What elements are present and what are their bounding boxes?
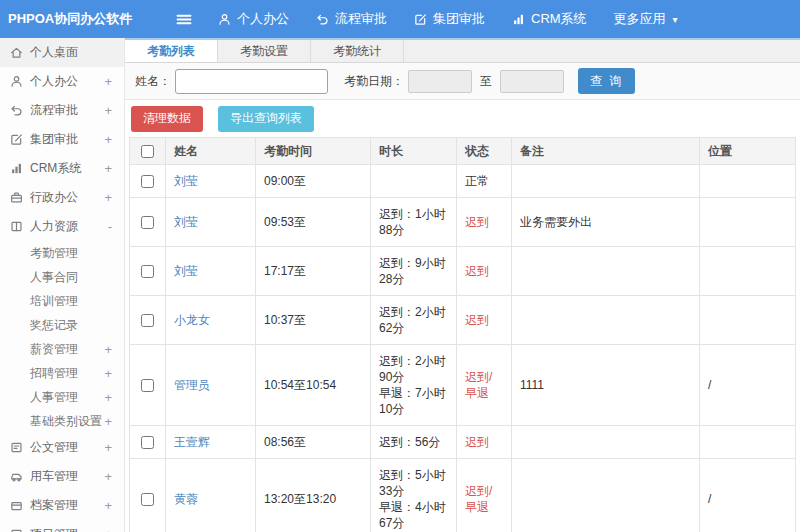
row-checkbox[interactable] — [141, 314, 154, 327]
sidebar-item-label: 行政办公 — [30, 189, 104, 206]
row-checkbox-cell — [130, 426, 166, 459]
attendance-time-cell: 09:00至 — [256, 165, 371, 198]
expand-plus-icon[interactable]: + — [104, 161, 112, 176]
select-all-checkbox[interactable] — [141, 145, 154, 158]
employee-name-link[interactable]: 黄蓉 — [166, 459, 256, 532]
sidebar-item-group-approval[interactable]: 集团审批+ — [0, 125, 124, 154]
employee-name-link[interactable]: 王壹辉 — [166, 426, 256, 459]
date-from-input[interactable] — [408, 70, 472, 93]
date-to-label: 至 — [480, 73, 492, 90]
search-button[interactable]: 查 询 — [578, 68, 635, 94]
table-row: 刘莹17:17至迟到：9小时28分迟到 — [130, 247, 796, 296]
note-cell — [512, 296, 700, 345]
sidebar-item-crm-system[interactable]: CRM系统+ — [0, 154, 124, 183]
row-checkbox-cell — [130, 198, 166, 247]
row-checkbox[interactable] — [141, 175, 154, 188]
note-cell — [512, 426, 700, 459]
table-row: 管理员10:54至10:54迟到：2小时90分早退：7小时10分迟到/早退111… — [130, 345, 796, 426]
status-cell: 迟到/早退 — [457, 345, 512, 426]
attendance-table-body: 刘莹09:00至正常刘莹09:53至迟到：1小时88分迟到业务需要外出刘莹17:… — [130, 165, 796, 532]
sidebar-item-admin-office[interactable]: 行政办公+ — [0, 183, 124, 212]
sidebar-item-archive-mgmt[interactable]: 档案管理+ — [0, 491, 124, 520]
nav-item-personal-office[interactable]: 个人办公 — [218, 10, 289, 28]
sidebar-subitem-attendance-mgmt[interactable]: 考勤管理 — [0, 241, 124, 265]
table-header-row: 姓名考勤时间时长状态备注位置 — [130, 138, 796, 165]
name-filter-input[interactable] — [175, 69, 328, 94]
user-icon — [218, 13, 231, 26]
nav-item-label: 更多应用 — [614, 10, 666, 28]
sidebar-subitem-personnel-mgmt[interactable]: 人事管理+ — [0, 385, 124, 409]
sidebar-item-human-resources[interactable]: 人力资源- — [0, 212, 124, 241]
main-content: 考勤列表考勤设置考勤统计 姓名： 考勤日期： 至 查 询 清理数据 导出查询列表… — [125, 38, 800, 532]
action-bar: 清理数据 导出查询列表 — [125, 100, 800, 137]
app-brand: PHPOA协同办公软件 — [0, 10, 130, 28]
collapse-minus-icon[interactable]: - — [108, 219, 112, 234]
sidebar-subitem-training-mgmt[interactable]: 培训管理 — [0, 289, 124, 313]
sidebar-subitem-label: 人事合同 — [30, 269, 112, 286]
row-checkbox[interactable] — [141, 216, 154, 229]
row-checkbox[interactable] — [141, 379, 154, 392]
employee-name-link[interactable]: 管理员 — [166, 345, 256, 426]
expand-plus-icon[interactable]: + — [104, 390, 112, 405]
sidebar-item-project-mgmt[interactable]: 项目管理+ — [0, 520, 124, 532]
tab-attendance-settings[interactable]: 考勤设置 — [218, 40, 311, 62]
nav-item-group-approval[interactable]: 集团审批 — [414, 10, 485, 28]
sidebar-item-label: 项目管理 — [30, 526, 104, 532]
export-list-button[interactable]: 导出查询列表 — [218, 106, 314, 132]
expand-plus-icon[interactable]: + — [104, 440, 112, 455]
date-to-input[interactable] — [500, 70, 564, 93]
employee-name-link[interactable]: 刘莹 — [166, 165, 256, 198]
sidebar-subitem-base-category[interactable]: 基础类别设置+ — [0, 409, 124, 433]
expand-plus-icon[interactable]: + — [104, 527, 112, 532]
expand-plus-icon[interactable]: + — [104, 342, 112, 357]
expand-plus-icon[interactable]: + — [104, 414, 112, 429]
expand-plus-icon[interactable]: + — [104, 132, 112, 147]
expand-plus-icon[interactable]: + — [104, 498, 112, 513]
sidebar-subitem-salary-mgmt[interactable]: 薪资管理+ — [0, 337, 124, 361]
sidebar-item-personal-office[interactable]: 个人办公+ — [0, 67, 124, 96]
expand-plus-icon[interactable]: + — [104, 469, 112, 484]
expand-plus-icon[interactable]: + — [104, 103, 112, 118]
sidebar-subitem-label: 培训管理 — [30, 293, 112, 310]
row-checkbox[interactable] — [141, 436, 154, 449]
nav-item-label: 个人办公 — [237, 10, 289, 28]
sidebar-item-personal-desktop[interactable]: 个人桌面 — [0, 38, 124, 67]
employee-name-link[interactable]: 小龙女 — [166, 296, 256, 345]
sidebar-subitem-hr-contract[interactable]: 人事合同 — [0, 265, 124, 289]
location-cell — [700, 247, 796, 296]
navbar-items: 个人办公流程审批集团审批CRM系统更多应用▾ — [218, 10, 705, 28]
user-icon — [10, 75, 23, 88]
sidebar-item-document-mgmt[interactable]: 公文管理+ — [0, 433, 124, 462]
sidebar-subitem-recruit-mgmt[interactable]: 招聘管理+ — [0, 361, 124, 385]
duration-cell: 迟到：5小时33分早退：4小时67分 — [371, 459, 457, 532]
sidebar-item-workflow-approval[interactable]: 流程审批+ — [0, 96, 124, 125]
attendance-time-cell: 13:20至13:20 — [256, 459, 371, 532]
location-cell: / — [700, 345, 796, 426]
employee-name-link[interactable]: 刘莹 — [166, 247, 256, 296]
row-checkbox-cell — [130, 345, 166, 426]
table-row: 小龙女10:37至迟到：2小时62分迟到 — [130, 296, 796, 345]
attendance-table-wrap: 姓名考勤时间时长状态备注位置 刘莹09:00至正常刘莹09:53至迟到：1小时8… — [125, 137, 800, 532]
nav-item-more-apps[interactable]: 更多应用▾ — [614, 10, 678, 28]
nav-item-crm-system[interactable]: CRM系统 — [512, 10, 587, 28]
nav-item-workflow-approval[interactable]: 流程审批 — [316, 10, 387, 28]
menu-icon[interactable] — [176, 13, 192, 26]
row-checkbox[interactable] — [141, 493, 154, 506]
expand-plus-icon[interactable]: + — [104, 366, 112, 381]
sidebar-item-label: 集团审批 — [30, 131, 104, 148]
column-header: 姓名 — [166, 138, 256, 165]
sidebar-item-vehicle-mgmt[interactable]: 用车管理+ — [0, 462, 124, 491]
employee-name-link[interactable]: 刘莹 — [166, 198, 256, 247]
expand-plus-icon[interactable]: + — [104, 74, 112, 89]
sidebar-subitem-reward-punish[interactable]: 奖惩记录 — [0, 313, 124, 337]
duration-cell: 迟到：56分 — [371, 426, 457, 459]
table-row: 刘莹09:00至正常 — [130, 165, 796, 198]
sidebar-item-label: 用车管理 — [30, 468, 104, 485]
clean-data-button[interactable]: 清理数据 — [131, 106, 203, 132]
sidebar-subitem-label: 考勤管理 — [30, 245, 112, 262]
tab-attendance-list[interactable]: 考勤列表 — [125, 40, 218, 62]
expand-plus-icon[interactable]: + — [104, 190, 112, 205]
tab-attendance-stats[interactable]: 考勤统计 — [311, 40, 404, 62]
caret-down-icon: ▾ — [673, 14, 678, 25]
row-checkbox[interactable] — [141, 265, 154, 278]
